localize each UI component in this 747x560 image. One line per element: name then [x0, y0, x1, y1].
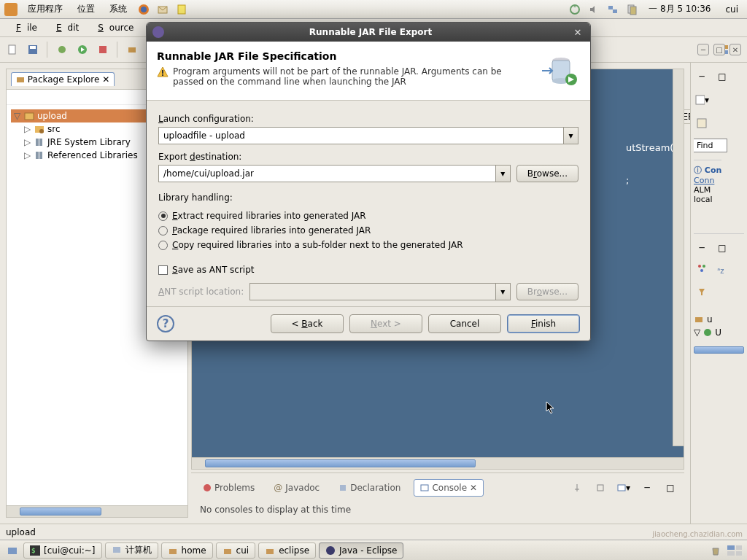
svg-rect-42	[8, 548, 17, 554]
outline-icon[interactable]: ▾	[694, 92, 710, 108]
dialog-footer: ? < Back Next > Cancel Finish	[147, 306, 590, 341]
svg-point-1	[141, 7, 147, 12]
editor-content-fragment: utStream(l ;	[626, 142, 676, 186]
maximize-view-icon[interactable]: □	[662, 480, 678, 496]
system-menu[interactable]: 系统	[105, 1, 131, 17]
svg-point-37	[698, 265, 701, 268]
library-handling-group: Extract required libraries into generate…	[158, 209, 578, 252]
svg-rect-51	[736, 545, 742, 550]
minimize-strip2-icon[interactable]: ─	[694, 240, 710, 256]
task-eclipse-folder[interactable]: eclipse	[258, 542, 316, 559]
find-field[interactable]: Find	[694, 139, 727, 152]
launch-config-label: Launch configuration:	[158, 114, 578, 124]
svg-rect-8	[630, 7, 636, 15]
radio-extract[interactable]: Extract required libraries into generate…	[158, 209, 578, 223]
update-icon[interactable]	[568, 3, 581, 16]
new-icon[interactable]	[4, 42, 20, 58]
run-icon[interactable]	[74, 42, 90, 58]
filter-icon[interactable]	[694, 284, 710, 300]
launch-config-combo[interactable]: ▾	[158, 127, 578, 144]
save-ant-checkbox[interactable]: Save as ANT script	[158, 262, 578, 277]
save-icon[interactable]	[25, 42, 41, 58]
workspace-switcher[interactable]	[727, 542, 743, 559]
browse-button[interactable]: Browse...	[516, 165, 578, 182]
user-menu[interactable]: cui	[721, 3, 743, 16]
network-icon[interactable]	[606, 3, 619, 16]
launch-config-input[interactable]	[158, 127, 564, 144]
package-explorer-tab-label[interactable]: Package Explore ✕	[11, 72, 115, 86]
task-home[interactable]: home	[161, 542, 213, 559]
radio-icon	[158, 241, 168, 250]
cancel-button[interactable]: Cancel	[428, 314, 501, 333]
launch-config-dropdown-icon[interactable]: ▾	[564, 127, 578, 144]
status-bar: upload	[0, 524, 747, 540]
places-menu[interactable]: 位置	[73, 1, 99, 17]
dialog-heading: Runnable JAR File Specification	[157, 50, 532, 62]
hierarchy-icon[interactable]	[694, 260, 710, 276]
declaration-tab[interactable]: Declaration	[333, 480, 406, 496]
open-console-icon[interactable]: ▾	[616, 480, 632, 496]
back-button[interactable]: < Back	[271, 314, 344, 333]
restore-strip2-icon[interactable]: □	[714, 240, 730, 256]
dialog-close-button[interactable]: ✕	[571, 26, 584, 39]
debug-icon[interactable]	[54, 42, 70, 58]
svg-point-30	[204, 484, 211, 491]
mail-icon[interactable]	[156, 3, 169, 16]
volume-icon[interactable]	[587, 3, 600, 16]
task-computer[interactable]: 计算机	[105, 542, 158, 559]
editor-horizontal-scrollbar[interactable]	[191, 458, 684, 470]
clock[interactable]: 一 8月 5 10:36	[644, 3, 715, 15]
task-list-icon[interactable]	[694, 115, 710, 131]
close-button[interactable]: ✕	[729, 44, 741, 55]
firefox-icon[interactable]	[137, 3, 150, 16]
svg-rect-45	[113, 547, 120, 553]
menu-source[interactable]: Source	[86, 20, 139, 36]
menu-file[interactable]: File	[4, 20, 43, 36]
pin-console-icon[interactable]	[569, 480, 585, 496]
restore-strip-icon[interactable]: □	[714, 69, 730, 85]
console-message: No consoles to display at this time	[191, 502, 684, 518]
svg-rect-46	[169, 549, 177, 554]
gnome-foot-icon[interactable]	[4, 3, 18, 16]
finish-button[interactable]: Finish	[507, 314, 580, 333]
menu-edit[interactable]: Edit	[44, 20, 85, 36]
trash-icon[interactable]	[708, 542, 724, 559]
dialog-titlebar[interactable]: Runnable JAR File Export ✕	[147, 23, 590, 42]
minimize-strip-icon[interactable]: ─	[694, 69, 710, 85]
export-dest-input[interactable]	[158, 165, 496, 182]
sort-icon[interactable]: ᵃz	[713, 263, 729, 279]
connect-link[interactable]: Conn	[694, 176, 714, 185]
task-java-eclipse[interactable]: Java - Eclipse	[319, 542, 403, 559]
dialog-icon	[152, 26, 164, 38]
display-console-icon[interactable]	[592, 480, 608, 496]
javadoc-tab[interactable]: @ Javadoc	[268, 480, 325, 496]
help-button[interactable]: ?	[157, 315, 174, 332]
warning-icon	[157, 66, 169, 78]
show-desktop-icon[interactable]	[4, 542, 20, 559]
console-tab[interactable]: Console ✕	[414, 479, 484, 497]
svg-rect-55	[162, 74, 163, 76]
ext-tools-icon[interactable]	[95, 42, 111, 58]
notes-icon[interactable]	[175, 3, 188, 16]
clipboard-icon[interactable]	[625, 3, 638, 16]
right-scrollbar[interactable]	[694, 346, 744, 354]
apps-menu[interactable]: 应用程序	[23, 1, 67, 17]
new-package-icon[interactable]	[124, 42, 140, 58]
problems-tab[interactable]: Problems	[197, 480, 260, 496]
export-dest-dropdown-icon[interactable]: ▾	[496, 165, 511, 182]
maximize-button[interactable]: □	[713, 44, 725, 55]
status-text: upload	[6, 527, 36, 537]
minimize-button[interactable]: ─	[697, 44, 709, 55]
ant-location-combo: ▾	[249, 283, 511, 300]
task-cui[interactable]: cui	[216, 542, 256, 559]
task-terminal[interactable]: $[cui@cui:~]	[23, 542, 102, 559]
radio-copy[interactable]: Copy required libraries into a sub-folde…	[158, 238, 578, 252]
svg-rect-14	[99, 46, 107, 53]
svg-point-25	[39, 129, 44, 133]
editor-vertical-scrollbar[interactable]	[673, 69, 684, 446]
export-dest-combo[interactable]: ▾	[158, 165, 511, 182]
radio-package[interactable]: Package required libraries into generate…	[158, 223, 578, 238]
package-explorer-scrollbar[interactable]	[7, 505, 187, 517]
svg-rect-50	[727, 545, 735, 550]
minimize-view-icon[interactable]: ─	[639, 480, 655, 496]
